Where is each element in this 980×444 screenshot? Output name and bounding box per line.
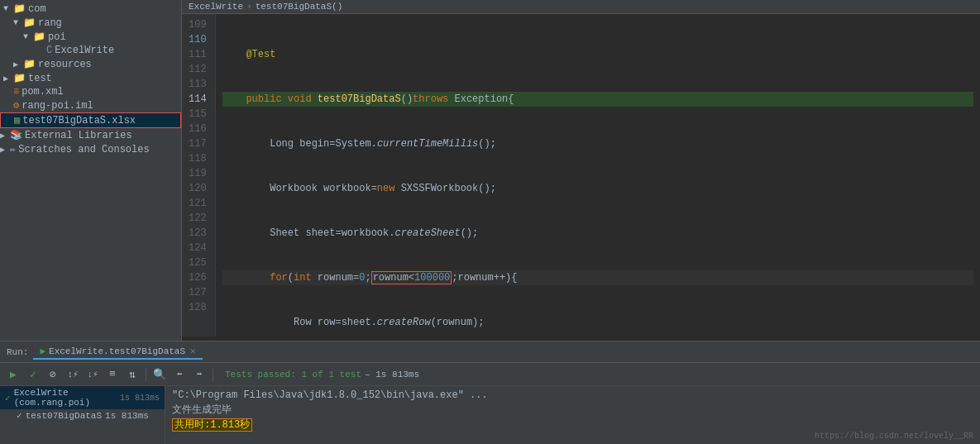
run-item-time: 1s 813ms xyxy=(120,394,160,403)
sidebar-item-xlsx[interactable]: ▦ test07BigDataS.xlsx xyxy=(0,112,181,128)
code-line-113: Sheet sheet=workbook.createSheet(); xyxy=(222,226,973,241)
tree-label: External Libraries xyxy=(25,130,132,141)
line-num-126: 126 xyxy=(185,270,210,285)
run-tab-excelwrite[interactable]: ▶ ExcelWrite.test07BigDataS ✕ xyxy=(33,344,202,360)
run-sub-item-label: test07BigDataS xyxy=(26,411,102,421)
tree-label: test07BigDataS.xlsx xyxy=(22,115,136,127)
run-rerun-all-button[interactable]: ↕⚡ xyxy=(65,366,81,383)
output-highlight-time: 共用时:1.813秒 xyxy=(172,418,252,432)
run-tabs: Run: ▶ ExcelWrite.test07BigDataS ✕ xyxy=(0,341,980,363)
project-sidebar: ▼ 📁 com ▼ 📁 rang ▼ 📁 poi C ExcelWrite ▶ … xyxy=(0,0,182,341)
run-search-button[interactable]: 🔍 xyxy=(151,366,168,383)
line-num-111: 111 xyxy=(185,47,210,62)
line-num-128: 128 xyxy=(185,300,210,315)
code-content[interactable]: @Test public void test07BigDataS()throws… xyxy=(216,14,980,337)
run-rerun-button[interactable]: ↓⚡ xyxy=(84,366,101,383)
sidebar-item-excelwrite[interactable]: C ExcelWrite xyxy=(0,44,181,57)
line-num-116: 116 xyxy=(185,122,210,136)
line-num-123: 123 xyxy=(185,226,210,241)
run-content: ✓ ExcelWrite (com.rang.poi) 1s 813ms ✓ t… xyxy=(0,386,980,444)
line-num-112: 112 xyxy=(185,62,210,77)
arrow-icon: ▼ xyxy=(13,18,23,27)
editor-breadcrumb: ExcelWrite › test07BigDataS() xyxy=(182,0,980,14)
output-line-time: 共用时:1.813秒 xyxy=(172,418,973,432)
arrow-icon: ▶ xyxy=(0,131,10,141)
code-line-114: for(int rownum=0;rownum<100000;rownum++)… xyxy=(222,270,973,285)
arrow-icon: ▼ xyxy=(3,4,13,13)
toolbar-separator2 xyxy=(213,368,213,381)
breadcrumb-class: ExcelWrite xyxy=(189,2,243,12)
folder-icon: 📁 xyxy=(13,2,26,15)
breadcrumb-method: test07BigDataS() xyxy=(256,2,343,12)
tree-label: pom.xml xyxy=(22,86,63,98)
line-num-120: 120 xyxy=(185,181,210,196)
tree-label: resources xyxy=(38,59,92,70)
sidebar-item-resources[interactable]: ▶ 📁 resources xyxy=(0,57,181,71)
sidebar-item-poi[interactable]: ▼ 📁 poi xyxy=(0,30,181,44)
arrow-icon: ▶ xyxy=(13,60,23,69)
line-numbers: 109 110 111 112 113 114 115 116 117 118 … xyxy=(182,14,216,337)
run-tab-close[interactable]: ✕ xyxy=(190,346,196,356)
sidebar-item-com[interactable]: ▼ 📁 com xyxy=(0,2,181,16)
lib-icon: 📚 xyxy=(10,129,22,141)
run-toolbar: ▶ ✓ ⊘ ↕⚡ ↓⚡ ≡ ⇅ 🔍 ⬅ ➡ Tests passed: 1 of… xyxy=(0,363,980,386)
arrow-icon: ▶ xyxy=(3,74,13,84)
sidebar-item-iml[interactable]: ⚙ rang-poi.iml xyxy=(0,98,181,112)
line-num-118: 118 xyxy=(185,151,210,166)
scratches-icon: ✏ xyxy=(10,143,16,155)
breadcrumb-separator: › xyxy=(246,2,252,12)
run-item-label: ExcelWrite (com.rang.poi) xyxy=(14,388,117,408)
sidebar-item-test[interactable]: ▶ 📁 test xyxy=(0,71,181,85)
sidebar-item-pom[interactable]: ≡ pom.xml xyxy=(0,85,181,98)
line-num-121: 121 xyxy=(185,196,210,211)
line-num-110: 110 xyxy=(185,32,210,47)
run-sort-button[interactable]: ⇅ xyxy=(124,366,141,383)
toolbar-separator xyxy=(146,368,146,381)
run-panel: Run: ▶ ExcelWrite.test07BigDataS ✕ ▶ ✓ ⊘… xyxy=(0,341,980,444)
run-output: "C:\Program Files\Java\jdk1.8.0_152\bin\… xyxy=(165,386,980,444)
run-tab-label: ExcelWrite.test07BigDataS xyxy=(49,346,185,356)
line-num-114: 114 xyxy=(185,92,210,107)
run-back-button[interactable]: ⬅ xyxy=(171,366,188,383)
tree-label: ExcelWrite xyxy=(55,45,114,56)
output-line-cmd: "C:\Program Files\Java\jdk1.8.0_152\bin\… xyxy=(172,388,973,403)
java-icon: C xyxy=(46,45,52,56)
run-label: Run: xyxy=(7,347,28,357)
tree-label: com xyxy=(28,3,46,15)
tree-label: rang xyxy=(38,17,62,29)
line-num-125: 125 xyxy=(185,255,210,270)
tests-passed-label: Tests passed: 1 of 1 test xyxy=(225,370,361,380)
tests-time-label: – 1s 813ms xyxy=(365,370,419,380)
sidebar-item-external-libs[interactable]: ▶ 📚 External Libraries xyxy=(0,128,181,142)
run-item-excelwrite[interactable]: ✓ ExcelWrite (com.rang.poi) 1s 813ms xyxy=(0,386,165,409)
line-num-109: 109 xyxy=(185,17,210,32)
code-line-110: public void test07BigDataS()throws Excep… xyxy=(222,92,973,107)
code-line-115: Row row=sheet.createRow(rownum); xyxy=(222,315,973,330)
tree-label: test xyxy=(28,73,52,84)
line-num-119: 119 xyxy=(185,166,210,181)
code-line-112: Workbook workbook=new SXSSFWorkbook(); xyxy=(222,181,973,196)
run-stop-button[interactable]: ⊘ xyxy=(45,366,61,383)
folder-icon: 📁 xyxy=(13,72,26,84)
run-filter-button[interactable]: ≡ xyxy=(104,366,121,383)
run-tab-icon: ▶ xyxy=(40,346,45,356)
iml-icon: ⚙ xyxy=(13,99,19,112)
sidebar-item-rang[interactable]: ▼ 📁 rang xyxy=(0,16,181,30)
code-editor: ExcelWrite › test07BigDataS() 109 110 11… xyxy=(182,0,980,341)
code-line-111: Long begin=System.currentTimeMillis(); xyxy=(222,136,973,151)
line-num-124: 124 xyxy=(185,241,210,255)
folder-icon: 📁 xyxy=(23,58,36,70)
xml-icon: ≡ xyxy=(13,86,19,98)
line-num-122: 122 xyxy=(185,211,210,226)
line-num-117: 117 xyxy=(185,136,210,151)
tree-label: Scratches and Consoles xyxy=(18,144,149,155)
output-line-complete: 文件生成完毕 xyxy=(172,403,973,418)
run-sub-item-test07[interactable]: ✓ test07BigDataS 1s 813ms xyxy=(0,409,165,422)
line-num-115: 115 xyxy=(185,107,210,122)
run-forward-button[interactable]: ➡ xyxy=(191,366,208,383)
run-check-button[interactable]: ✓ xyxy=(25,366,41,383)
run-play-button[interactable]: ▶ xyxy=(5,366,22,383)
sidebar-item-scratches[interactable]: ▶ ✏ Scratches and Consoles xyxy=(0,142,181,156)
check-icon: ✓ xyxy=(17,410,22,421)
arrow-icon: ▶ xyxy=(0,145,10,155)
